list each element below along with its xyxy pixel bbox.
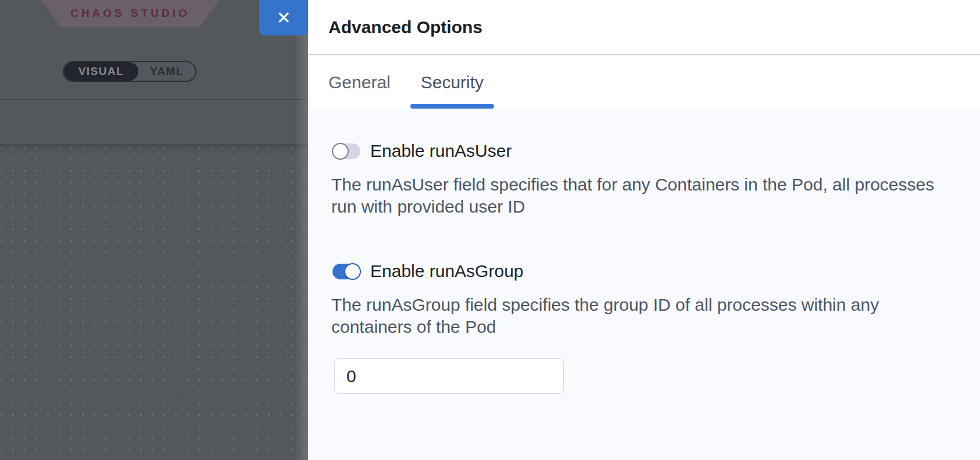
toggle-knob (344, 263, 361, 280)
run-as-group-toggle[interactable] (332, 264, 360, 279)
screen: CHAOS STUDIO VISUAL YAML ✕ Advanced Opti… (0, 0, 980, 460)
run-as-group-label: Enable runAsGroup (370, 261, 524, 281)
toolbar-divider (0, 99, 308, 100)
advanced-options-drawer: Advanced Options General Security Enable… (308, 0, 980, 460)
drawer-tabs: General Security (308, 56, 980, 109)
close-drawer-button[interactable]: ✕ (259, 0, 308, 35)
pipeline-dot-grid-canvas (0, 144, 308, 460)
tab-general[interactable]: General (320, 56, 399, 109)
drawer-title: Advanced Options (328, 17, 482, 37)
tab-security-label: Security (421, 73, 484, 92)
run-as-user-label: Enable runAsUser (370, 141, 512, 161)
run-as-user-row: Enable runAsUser (332, 135, 512, 167)
tab-security[interactable]: Security (410, 56, 494, 109)
chaos-studio-badge: CHAOS STUDIO (41, 0, 220, 27)
run-as-group-description: The runAsGroup field specifies the group… (331, 294, 879, 338)
run-as-user-description: The runAsUser field specifies that for a… (331, 174, 934, 218)
run-as-group-row: Enable runAsGroup (332, 255, 524, 288)
security-tab-panel: Enable runAsUser The runAsUser field spe… (308, 109, 980, 460)
toggle-knob (332, 143, 349, 160)
run-as-user-toggle[interactable] (332, 143, 360, 159)
visual-yaml-toggle[interactable]: VISUAL YAML (63, 61, 196, 82)
close-icon: ✕ (276, 8, 291, 28)
yaml-tab[interactable]: YAML (138, 62, 195, 81)
chaos-studio-badge-label: CHAOS STUDIO (70, 7, 190, 20)
visual-tab[interactable]: VISUAL (64, 62, 138, 81)
drawer-header: Advanced Options (308, 0, 980, 55)
active-tab-underline (410, 104, 494, 109)
run-as-group-value-input[interactable] (334, 358, 564, 394)
canvas-backdrop: CHAOS STUDIO VISUAL YAML ✕ (0, 0, 308, 460)
